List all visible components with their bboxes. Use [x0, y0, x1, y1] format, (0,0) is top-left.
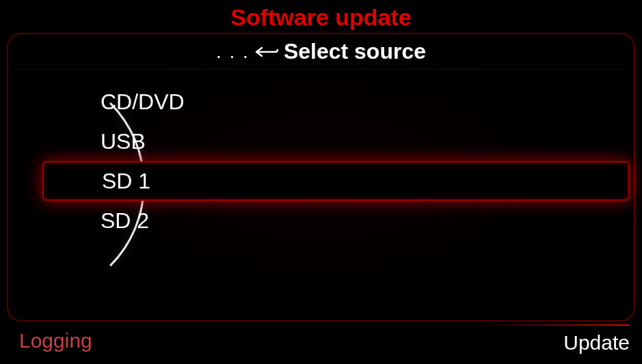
back-arrow-icon [255, 45, 278, 59]
breadcrumb-dots: . . . [216, 41, 250, 63]
source-label: USB [101, 129, 146, 154]
footer: Logging Update [0, 324, 642, 364]
source-item-sd1[interactable]: SD 1 [42, 161, 630, 201]
logging-button[interactable]: Logging [19, 329, 92, 352]
source-list: CD/DVD USB SD 1 SD 2 [8, 82, 634, 240]
breadcrumb[interactable]: . . . Select source [15, 34, 627, 70]
source-label: CD/DVD [101, 89, 185, 115]
subtitle-label: Select source [284, 39, 426, 64]
source-item-usb[interactable]: USB [8, 122, 634, 161]
page-title: Software update [0, 0, 642, 36]
source-label: SD 2 [101, 208, 149, 234]
main-panel: . . . Select source CD/DVD USB SD 1 SD 2 [7, 33, 635, 322]
footer-line-decoration [472, 324, 630, 326]
footer-right-wrap: Update [563, 327, 630, 354]
source-item-cddvd[interactable]: CD/DVD [8, 82, 634, 122]
update-button[interactable]: Update [563, 327, 630, 354]
source-item-sd2[interactable]: SD 2 [8, 201, 634, 240]
source-label: SD 1 [102, 169, 150, 194]
